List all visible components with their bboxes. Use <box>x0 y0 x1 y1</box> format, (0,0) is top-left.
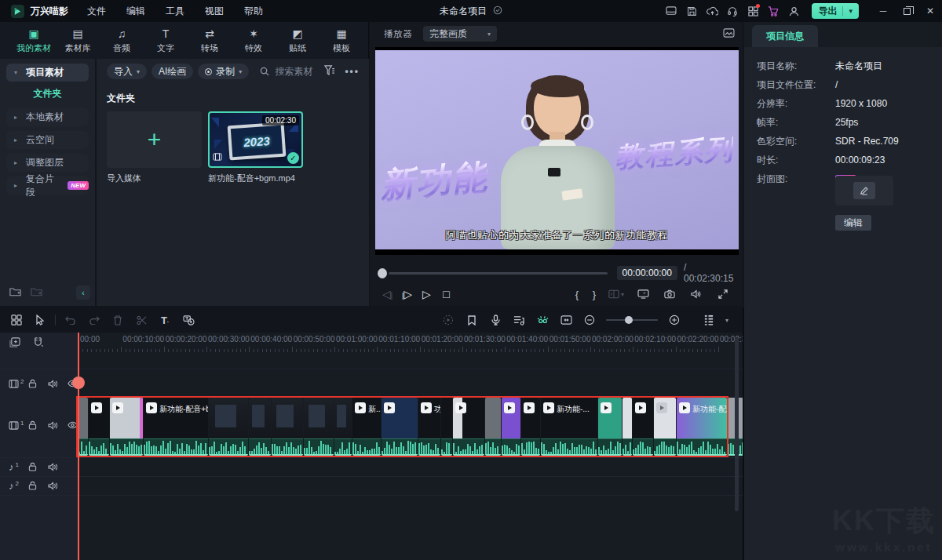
timeline-clip-segment[interactable] <box>334 398 352 456</box>
tab-我的素材[interactable]: ▣我的素材 <box>13 27 55 54</box>
timeline-clip-segment[interactable] <box>249 398 271 456</box>
zoom-in-icon[interactable] <box>663 311 686 329</box>
speech-to-text-icon[interactable] <box>177 311 200 329</box>
previous-frame-button[interactable]: ◁| <box>378 288 397 300</box>
keyframe-icon[interactable] <box>554 311 578 329</box>
menu-item-4[interactable]: 帮助 <box>244 5 263 18</box>
timeline-clip-segment[interactable]: 新... <box>352 398 381 456</box>
display-settings-icon[interactable] <box>723 28 735 40</box>
tab-素材库[interactable]: ▤素材库 <box>57 27 99 54</box>
menu-item-1[interactable]: 编辑 <box>126 5 145 18</box>
mark-out-button[interactable]: } <box>587 289 601 300</box>
add-text-icon[interactable]: T. <box>153 311 177 329</box>
seek-track[interactable] <box>389 272 607 275</box>
lock-track-icon[interactable] <box>20 481 39 490</box>
support-headset-icon[interactable] <box>722 1 743 21</box>
new-folder-icon[interactable] <box>9 286 21 299</box>
quality-dropdown[interactable]: 完整画质▾ <box>423 26 497 42</box>
beat-detection-icon[interactable] <box>531 311 554 329</box>
hide-track-eye-icon[interactable] <box>59 421 78 429</box>
timeline-clip-segment[interactable] <box>598 398 622 456</box>
delete-icon[interactable] <box>106 311 130 329</box>
snapshot-button[interactable] <box>658 285 681 303</box>
sidebar-item-项目素材[interactable]: ▾项目素材 <box>6 64 89 82</box>
timeline-clip-segment[interactable]: 新功能-... <box>541 398 597 456</box>
timeline-clip-segment[interactable] <box>209 398 248 456</box>
tab-音频[interactable]: ♫音频 <box>100 27 143 54</box>
timeline-clip-segment[interactable] <box>521 398 540 456</box>
undo-icon[interactable] <box>59 311 82 329</box>
timeline-clip-segment[interactable] <box>382 398 418 456</box>
audio-mixer-icon[interactable] <box>507 311 531 329</box>
timeline-clip-segment[interactable] <box>623 398 632 456</box>
timeline-clip-segment[interactable] <box>441 398 452 456</box>
cloud-upload-icon[interactable] <box>702 1 722 21</box>
mark-in-button[interactable]: { <box>570 289 584 300</box>
tab-模板[interactable]: ▦模板 <box>320 27 363 54</box>
timeline-scrollbar[interactable] <box>735 337 739 511</box>
track-manager-icon[interactable] <box>697 311 721 329</box>
compare-view-button[interactable]: ▾ <box>604 285 628 303</box>
collapse-sidebar-button[interactable]: ‹ <box>76 285 90 300</box>
mark-icon[interactable] <box>460 311 484 329</box>
display-device-button[interactable] <box>631 285 655 303</box>
tab-project-info[interactable]: 项目信息 <box>752 25 818 47</box>
menu-item-3[interactable]: 视图 <box>205 5 224 18</box>
minimize-button[interactable]: ─ <box>871 0 895 22</box>
media-clip-tile[interactable]: 2023 00:02:30 ✓ 新功能-配音+bgm.mp4 <box>208 111 303 184</box>
voiceover-mic-icon[interactable] <box>484 311 507 329</box>
more-options-icon[interactable]: ••• <box>345 66 360 77</box>
timeline-clip-segment[interactable] <box>78 398 88 456</box>
record-button[interactable]: 录制▾ <box>198 64 249 79</box>
store-cart-icon[interactable] <box>763 1 783 21</box>
import-button[interactable]: 导入▾ <box>107 64 147 79</box>
seek-handle[interactable] <box>378 268 387 278</box>
filter-icon[interactable] <box>324 65 335 78</box>
mute-track-icon[interactable] <box>39 482 59 490</box>
add-track-icon[interactable] <box>9 337 20 350</box>
timeline-clip-segment[interactable] <box>272 398 303 456</box>
ai-paint-button[interactable]: AI绘画 <box>152 64 193 79</box>
panel-layout-icon[interactable] <box>661 1 681 21</box>
fullscreen-button[interactable] <box>711 285 735 303</box>
timeline-clip-segment[interactable]: 新功能-配音+bgm <box>144 398 208 456</box>
search-input[interactable]: 搜索素材 <box>260 65 319 78</box>
sidebar-item-复合片段[interactable]: ▸复合片段NEW <box>6 176 89 195</box>
timeline-clip-segment[interactable] <box>502 398 520 456</box>
restore-button[interactable] <box>895 0 918 22</box>
mute-track-icon[interactable] <box>39 421 59 430</box>
mute-track-icon[interactable] <box>39 463 59 471</box>
zoom-slider-handle[interactable] <box>625 316 633 324</box>
render-preview-icon[interactable] <box>436 311 460 329</box>
track-manager-caret-icon[interactable]: ▾ <box>725 317 728 324</box>
zoom-out-icon[interactable] <box>578 311 601 329</box>
video-viewport[interactable]: 新功能 教程系列 阿喵也贴心的为大家准备了一系列的新功能教程 <box>375 47 739 255</box>
import-media-tile[interactable]: + 导入媒体 <box>107 111 202 184</box>
play-button[interactable]: ▷ <box>417 288 436 300</box>
snap-magnet-icon[interactable] <box>33 337 43 350</box>
tab-贴纸[interactable]: ◩贴纸 <box>276 27 319 54</box>
edit-cover-button[interactable]: 编辑 <box>835 215 871 231</box>
volume-button[interactable] <box>685 285 708 303</box>
sidebar-item-本地素材[interactable]: ▸本地素材 <box>6 108 89 126</box>
timeline-clip-segment[interactable]: 功能-...⚡ <box>418 398 440 456</box>
export-caret-icon[interactable]: ▾ <box>849 7 853 15</box>
timeline-zoom-slider[interactable] <box>606 319 658 321</box>
tab-转场[interactable]: ⇄转场 <box>188 27 231 54</box>
user-account-icon[interactable] <box>783 1 804 21</box>
stop-button[interactable]: □ <box>436 288 456 300</box>
menu-item-2[interactable]: 工具 <box>166 5 184 18</box>
export-button[interactable]: 导出 ▾ <box>812 3 859 19</box>
select-tool-icon[interactable] <box>28 311 52 329</box>
timeline-clip-segment[interactable] <box>453 398 484 456</box>
timeline-clip-segment[interactable] <box>633 398 653 456</box>
timeline-clip-segment[interactable] <box>89 398 109 456</box>
tab-特效[interactable]: ✶特效 <box>232 27 275 54</box>
sidebar-item-云空间[interactable]: ▸云空间 <box>6 131 89 149</box>
timeline-clip-segment[interactable] <box>485 398 501 456</box>
delete-folder-icon[interactable] <box>31 286 42 299</box>
playhead[interactable] <box>78 333 79 560</box>
next-frame-button[interactable]: |▷ <box>397 288 417 300</box>
cover-thumbnail-box[interactable] <box>835 176 893 205</box>
timeline-clip-segment[interactable] <box>110 398 143 456</box>
